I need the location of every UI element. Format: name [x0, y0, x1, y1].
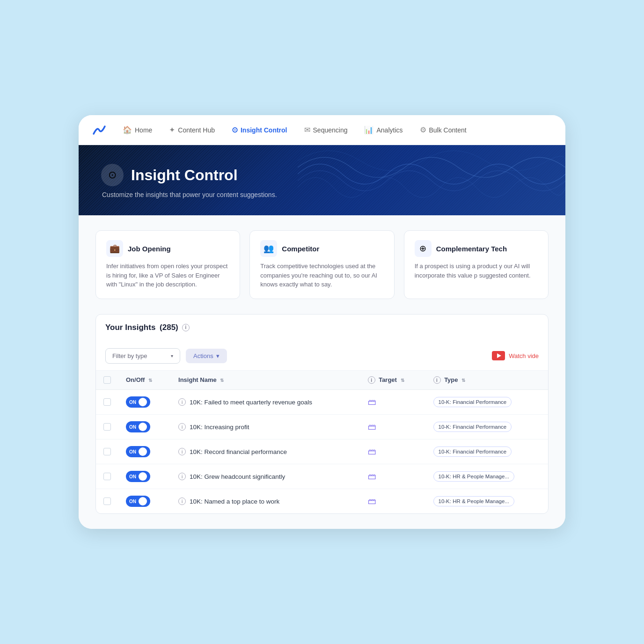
nav-item-content-hub[interactable]: ✦ Content Hub [162, 122, 221, 138]
target-icon-1: 🗃 [368, 422, 376, 432]
row-checkbox-cell [96, 464, 118, 489]
nav-item-insight-control[interactable]: ⊙ Insight Control [225, 122, 294, 138]
row-toggle-cell: ON [118, 439, 171, 464]
type-sort-icon: ⇅ [461, 378, 465, 383]
bulk-content-icon: ⚙ [420, 125, 426, 134]
row-target-cell: 🗃 [360, 390, 426, 415]
hero-title-row: ⊙ Insight Control [101, 164, 543, 186]
youtube-icon [492, 351, 505, 360]
insight-info-icon-2[interactable]: i [178, 448, 186, 455]
insight-info-icon-0[interactable]: i [178, 398, 186, 406]
nav-item-analytics[interactable]: 📊 Analytics [358, 122, 409, 138]
watch-video-button[interactable]: Watch vide [492, 351, 539, 360]
toggle-3[interactable]: ON [126, 471, 150, 482]
row-insight-name-cell: i 10K: Grew headcount significantly [171, 464, 360, 489]
target-icon-3: 🗃 [368, 472, 376, 481]
target-info-icon[interactable]: i [368, 376, 375, 384]
info-card-complementary-tech: ⊕ Complementary Tech If a prospect is us… [404, 230, 549, 299]
row-checkbox-cell [96, 439, 118, 464]
main-card: 🏠 Home ✦ Content Hub ⊙ Insight Control ✉… [79, 115, 565, 529]
content-hub-icon: ✦ [169, 125, 175, 134]
row-checkbox-4[interactable] [103, 498, 111, 505]
job-opening-icon: 💼 [106, 240, 123, 257]
info-card-competitor: 👥 Competitor Track competitive technolog… [249, 230, 394, 299]
row-target-cell: 🗃 [360, 464, 426, 489]
insight-info-icon-3[interactable]: i [178, 473, 186, 480]
insight-name-4: 10K: Named a top place to work [190, 498, 279, 505]
nav-item-bulk-content[interactable]: ⚙ Bulk Content [413, 122, 473, 138]
insight-info-icon-4[interactable]: i [178, 498, 186, 505]
insights-table: On/Off ⇅ Insight Name ⇅ i Target ⇅ [96, 371, 548, 514]
row-toggle-cell: ON [118, 390, 171, 415]
on-off-sort-icon: ⇅ [148, 378, 152, 383]
analytics-icon: 📊 [364, 125, 373, 134]
row-target-cell: 🗃 [360, 439, 426, 464]
toggle-circle-3 [139, 472, 147, 481]
complementary-tech-icon: ⊕ [415, 240, 432, 257]
toggle-circle-2 [139, 447, 147, 456]
insight-name-3: 10K: Grew headcount significantly [190, 473, 285, 480]
row-type-cell: 10-K: Financial Performance [426, 415, 549, 439]
toggle-label-4: ON [128, 499, 138, 504]
table-header-row: On/Off ⇅ Insight Name ⇅ i Target ⇅ [96, 371, 548, 390]
row-insight-name-cell: i 10K: Failed to meet quarterly revenue … [171, 390, 360, 415]
row-checkbox-0[interactable] [103, 398, 111, 406]
actions-button[interactable]: Actions ▾ [186, 349, 227, 363]
table-section: Your Insights (285) i Filter by type ▾ A… [95, 314, 549, 514]
complementary-tech-title: Complementary Tech [436, 245, 507, 253]
target-icon-2: 🗃 [368, 447, 376, 456]
toggle-4[interactable]: ON [126, 496, 150, 507]
row-type-cell: 10-K: Financial Performance [426, 390, 549, 415]
insight-info-icon-1[interactable]: i [178, 423, 186, 431]
insights-count: (285) [160, 323, 178, 332]
row-checkbox-1[interactable] [103, 423, 111, 431]
filter-placeholder: Filter by type [112, 352, 147, 359]
insight-name-0: 10K: Failed to meet quarterly revenue go… [190, 399, 312, 406]
nav-item-analytics-label: Analytics [376, 126, 402, 134]
nav: 🏠 Home ✦ Content Hub ⊙ Insight Control ✉… [79, 115, 565, 145]
job-opening-title: Job Opening [128, 245, 171, 253]
insights-info-icon[interactable]: i [182, 324, 190, 331]
row-checkbox-cell [96, 415, 118, 439]
section-title-row: Your Insights (285) i [96, 315, 548, 332]
toggle-circle-1 [139, 423, 147, 431]
filter-by-type-select[interactable]: Filter by type ▾ [105, 348, 180, 364]
toggle-label-3: ON [128, 474, 138, 479]
logo[interactable] [92, 123, 107, 138]
type-badge-4: 10-K: HR & People Manage... [433, 496, 515, 506]
toggle-0[interactable]: ON [126, 396, 150, 408]
th-target: i Target ⇅ [360, 371, 426, 390]
type-info-icon[interactable]: i [433, 376, 441, 384]
toggle-1[interactable]: ON [126, 421, 150, 432]
row-checkbox-3[interactable] [103, 473, 111, 480]
chevron-down-icon: ▾ [171, 353, 173, 359]
row-type-cell: 10-K: HR & People Manage... [426, 464, 549, 489]
toggle-label-2: ON [128, 449, 138, 454]
competitor-desc: Track competitive technologies used at t… [260, 262, 383, 289]
job-opening-desc: Infer initiatives from open roles your p… [106, 262, 229, 289]
select-all-checkbox[interactable] [103, 376, 111, 384]
target-icon-4: 🗃 [368, 497, 376, 506]
sequencing-icon: ✉ [304, 125, 310, 134]
main-content: 💼 Job Opening Infer initiatives from ope… [79, 215, 565, 529]
row-type-cell: 10-K: HR & People Manage... [426, 489, 549, 514]
insight-name-1: 10K: Increasing profit [190, 424, 249, 431]
insight-name-sort-icon: ⇅ [220, 378, 224, 383]
nav-item-bulk-content-label: Bulk Content [429, 126, 467, 134]
nav-item-content-hub-label: Content Hub [178, 126, 215, 134]
nav-item-sequencing[interactable]: ✉ Sequencing [298, 122, 354, 138]
outer-wrapper: 🏠 Home ✦ Content Hub ⊙ Insight Control ✉… [0, 0, 644, 644]
home-icon: 🏠 [123, 125, 132, 134]
row-insight-name-cell: i 10K: Named a top place to work [171, 489, 360, 514]
row-insight-name-cell: i 10K: Increasing profit [171, 415, 360, 439]
target-icon-0: 🗃 [368, 397, 376, 407]
table-toolbar: Filter by type ▾ Actions ▾ Watch vide [96, 340, 548, 371]
toggle-circle-0 [139, 398, 147, 406]
row-checkbox-2[interactable] [103, 448, 111, 455]
toggle-2[interactable]: ON [126, 446, 150, 457]
row-toggle-cell: ON [118, 489, 171, 514]
row-checkbox-cell [96, 489, 118, 514]
hero-icon: ⊙ [101, 164, 124, 186]
nav-item-home[interactable]: 🏠 Home [116, 122, 159, 138]
competitor-icon: 👥 [260, 240, 277, 257]
